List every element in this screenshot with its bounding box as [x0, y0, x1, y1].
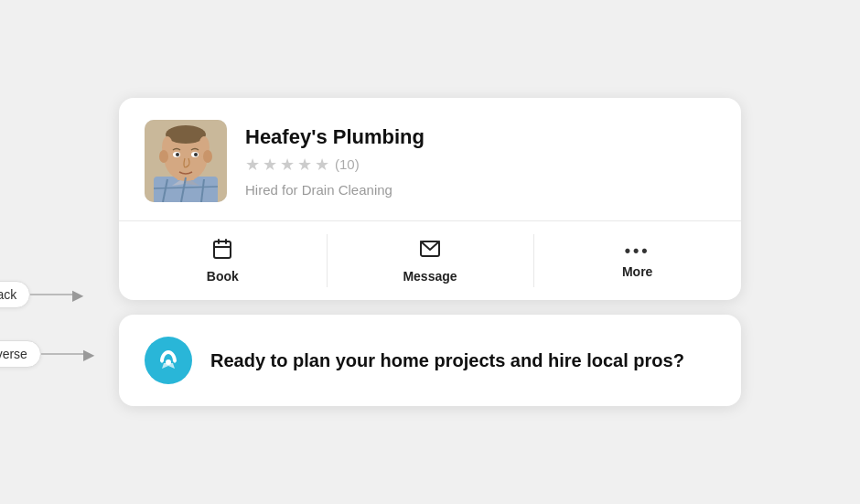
arrow-inverse: ▶	[83, 346, 94, 363]
inverse-label-text: Inverse	[0, 347, 27, 361]
more-icon: •••	[625, 242, 650, 259]
svg-rect-19	[214, 241, 231, 258]
arrow-black: ▶	[72, 286, 83, 304]
card-header: Heafey's Plumbing ★ ★ ★ ★ ★ (10) Hired f…	[119, 98, 741, 220]
star-4: ★	[297, 155, 312, 175]
svg-point-10	[203, 150, 212, 163]
star-3: ★	[280, 155, 295, 175]
book-label: Book	[207, 269, 239, 284]
main-container: Heafey's Plumbing ★ ★ ★ ★ ★ (10) Hired f…	[119, 98, 741, 406]
svg-point-9	[159, 150, 168, 163]
stars: ★ ★ ★ ★ ★	[245, 155, 329, 175]
star-5: ★	[315, 155, 329, 175]
more-label: More	[622, 264, 652, 279]
inverse-pill: Inverse	[0, 340, 41, 368]
connector-black	[30, 294, 74, 295]
avatar	[145, 120, 227, 202]
label-black: Black ▶	[0, 281, 83, 308]
rating-row: ★ ★ ★ ★ ★ (10)	[245, 155, 715, 175]
message-button[interactable]: Message	[327, 221, 534, 300]
connector-inverse	[41, 353, 85, 355]
cta-card: Ready to plan your home projects and hir…	[119, 315, 741, 406]
hired-text: Hired for Drain Cleaning	[245, 182, 715, 198]
app-logo	[145, 337, 192, 384]
black-pill: Black	[0, 281, 30, 308]
calendar-icon	[211, 238, 233, 263]
action-bar: Book Message ••• More	[119, 221, 741, 300]
black-label-text: Black	[0, 287, 16, 302]
label-inverse: Inverse ▶	[0, 340, 94, 368]
book-button[interactable]: Book	[119, 221, 327, 300]
star-1: ★	[245, 155, 260, 175]
review-count: (10)	[335, 156, 360, 172]
more-button[interactable]: ••• More	[533, 221, 741, 300]
pro-card: Heafey's Plumbing ★ ★ ★ ★ ★ (10) Hired f…	[119, 98, 741, 300]
business-info: Heafey's Plumbing ★ ★ ★ ★ ★ (10) Hired f…	[245, 125, 715, 198]
business-name: Heafey's Plumbing	[245, 125, 715, 149]
message-label: Message	[403, 269, 457, 284]
cta-text: Ready to plan your home projects and hir…	[210, 349, 684, 373]
message-icon	[419, 238, 441, 263]
svg-point-14	[194, 153, 198, 156]
star-2: ★	[263, 155, 277, 175]
svg-point-13	[176, 153, 179, 156]
